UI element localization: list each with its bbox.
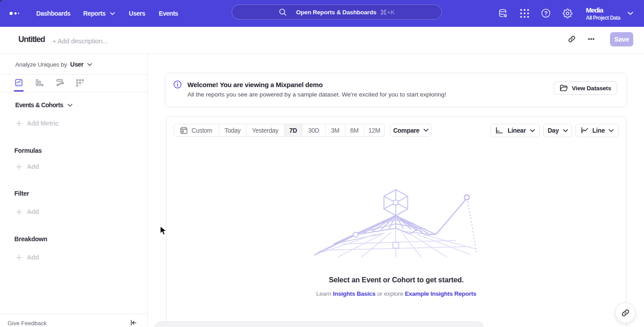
svg-text:?: ? xyxy=(544,10,548,17)
